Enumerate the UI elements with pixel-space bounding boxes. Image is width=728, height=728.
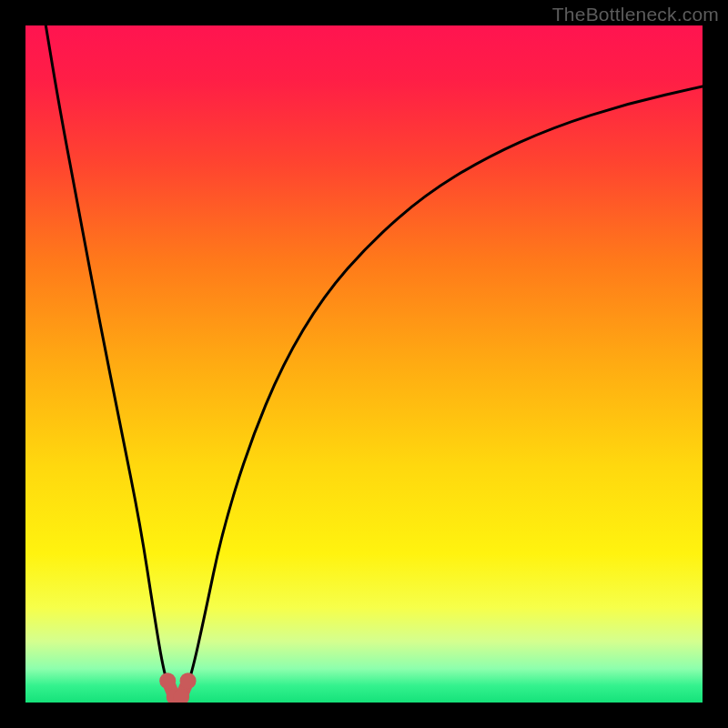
gradient-background (25, 25, 703, 703)
plot-area (25, 25, 703, 703)
marker-dot (180, 672, 197, 689)
chart-svg (25, 25, 703, 703)
chart-frame: TheBottleneck.com (0, 0, 728, 728)
watermark-text: TheBottleneck.com (552, 4, 719, 25)
marker-dot (159, 672, 176, 689)
